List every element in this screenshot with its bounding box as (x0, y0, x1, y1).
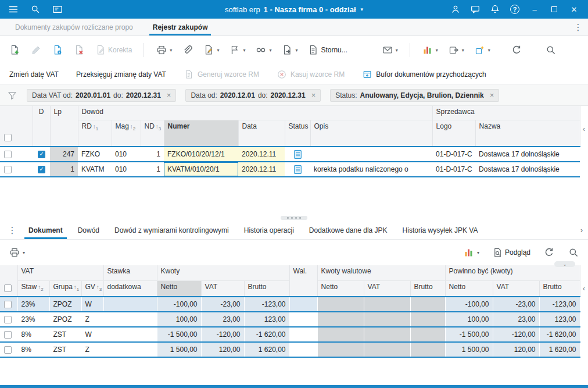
row-select-checkbox[interactable] (0, 147, 33, 162)
column-header-p-vat[interactable]: VAT (493, 280, 539, 297)
row-select-checkbox[interactable] (0, 312, 17, 327)
column-header-status[interactable]: Status (285, 120, 310, 147)
row-select-checkbox[interactable] (0, 162, 33, 177)
detail-search-button[interactable] (566, 245, 581, 260)
storno-button[interactable]: Stornu... (306, 42, 349, 58)
collapse-side-panel[interactable]: ‹ (580, 106, 588, 214)
column-header-vat-kwota[interactable]: VAT (201, 280, 244, 297)
close-button[interactable]: ✕ (565, 2, 583, 17)
column-header-staw[interactable]: Staw↑2 (17, 280, 49, 297)
korekta-button[interactable]: Korekta (93, 42, 134, 58)
collapse-side-panel[interactable]: ‹ (580, 265, 588, 358)
column-header-gv[interactable]: GV↑3 (81, 280, 103, 297)
notifications-button[interactable] (486, 2, 504, 17)
detail-tabs-menu-button[interactable]: ⋮ (3, 221, 21, 239)
column-header-d[interactable]: D (33, 106, 50, 147)
select-all-checkbox[interactable] (0, 106, 33, 147)
column-header-wal[interactable]: Wal. (289, 265, 317, 297)
generuj-wzorce-button[interactable]: Generuj wzorce RM (184, 69, 259, 80)
column-header-nazwa[interactable]: Nazwa (475, 120, 580, 147)
link-documents-button[interactable]: ▾ (253, 42, 273, 58)
modules-button[interactable] (49, 2, 66, 17)
chip-close-icon[interactable]: × (490, 91, 494, 99)
tab-dowod-wymiary[interactable]: Dowód z wymiarami kontrolingowymi (107, 221, 236, 239)
tab-historia-operacji[interactable]: Historia operacji (236, 221, 302, 239)
table-row[interactable]: 23% ZPOZ W -100,00 -23,00 -123,00 -100,0… (0, 297, 580, 312)
detail-analysis-button[interactable]: ▾ (461, 245, 481, 260)
column-header-netto[interactable]: Netto (157, 280, 201, 297)
edit-register-button[interactable]: ▾ (201, 42, 221, 58)
filter-chip-data-vat[interactable]: Data VAT od:2020.01.01 do:2020.12.31 × (27, 89, 176, 102)
tab-dowod[interactable]: Dowód (70, 221, 107, 239)
document-info-button[interactable] (50, 42, 65, 58)
column-header-p-netto[interactable]: Netto (445, 280, 493, 297)
minimize-button[interactable]: – (525, 2, 544, 17)
attachments-button[interactable] (180, 43, 195, 58)
bufor-button[interactable]: Bufor dokumentów przychodzących (362, 69, 486, 80)
refresh-button[interactable] (509, 42, 524, 58)
chip-close-icon[interactable]: × (167, 91, 171, 99)
tab-dokument[interactable]: Dokument (21, 221, 70, 239)
zmien-date-vat-button[interactable]: Zmień datę VAT (9, 70, 59, 79)
tab-rejestr-zakupow[interactable]: Rejestr zakupów (147, 19, 214, 35)
table-row[interactable]: 1 KVATM 010 1 KVATM/010/20/1 2020.12.11 … (0, 162, 580, 177)
analysis-button[interactable]: ▾ (420, 42, 440, 58)
table-row[interactable]: 8% ZST W -1 500,00 -120,00 -1 620,00 -1 … (0, 327, 580, 342)
maximize-button[interactable] (545, 2, 564, 17)
messages-button[interactable] (466, 2, 485, 17)
detail-print-button[interactable]: ▾ (7, 245, 27, 260)
tab-historia-wysylek-jpk[interactable]: Historia wysyłek JPK VA (395, 221, 486, 239)
filter-chip-data[interactable]: Data od:2020.12.01 do:2020.12.31 × (185, 89, 321, 102)
user-button[interactable] (446, 2, 465, 17)
column-header-w-brutto[interactable]: Brutto (410, 280, 445, 297)
mini-scroll-caret[interactable]: ⌄ (554, 261, 575, 267)
filter-chip-status[interactable]: Status:Anulowany, Edycja, Brulion, Dzien… (330, 89, 499, 102)
window-title[interactable]: softlab erp 1 - Nasza firma 0 - oddział … (225, 5, 363, 14)
column-header-w-vat[interactable]: VAT (364, 280, 410, 297)
filter-funnel-icon[interactable] (7, 90, 17, 101)
tab-dokumenty-zakupow[interactable]: Dokumenty zakupów rozliczane propo (9, 19, 139, 35)
table-row[interactable]: 8% ZST Z 1 500,00 120,00 1 620,00 1 500,… (0, 342, 580, 357)
column-header-p-brutto[interactable]: Brutto (539, 280, 580, 297)
row-select-checkbox[interactable] (0, 342, 17, 357)
print-button[interactable]: ▾ (154, 42, 174, 58)
d-checkbox[interactable] (33, 147, 50, 162)
table-row[interactable]: 23% ZPOZ Z 100,00 23,00 123,00 100,00 23… (0, 312, 580, 327)
help-button[interactable]: ? (505, 2, 524, 17)
d-checkbox[interactable] (33, 162, 50, 177)
table-row[interactable]: 247 FZKO 010 1 FZKO/010/20/12/1 2020.12.… (0, 147, 580, 162)
select-all-checkbox[interactable] (0, 265, 17, 297)
add-document-button[interactable] (7, 42, 22, 58)
podglad-button[interactable]: Podgląd (490, 245, 532, 260)
tab-dodatkowe-jpk[interactable]: Dodatkowe dane dla JPK (302, 221, 395, 239)
column-header-nd[interactable]: ND↑3 (141, 120, 164, 147)
column-header-lp[interactable]: Lp (50, 106, 78, 147)
delete-document-button[interactable] (71, 42, 87, 58)
detail-refresh-button[interactable] (542, 245, 557, 260)
column-header-grupa[interactable]: Grupa↑1 (49, 280, 81, 297)
column-header-dodatkowa[interactable]: dodatkowa (103, 280, 157, 297)
export-document-button[interactable]: ▾ (279, 42, 299, 58)
column-header-mag[interactable]: Mag↑2 (112, 120, 141, 147)
column-header-logo[interactable]: Logo (432, 120, 475, 147)
column-header-rd[interactable]: RD↑1 (78, 120, 112, 147)
tab-overflow-button[interactable]: ⋮ (568, 19, 588, 35)
column-header-brutto[interactable]: Brutto (244, 280, 289, 297)
export-view-button[interactable]: ▾ (446, 42, 466, 58)
chip-close-icon[interactable]: × (311, 91, 316, 99)
panel-splitter[interactable] (0, 214, 588, 221)
send-button[interactable]: ▾ (380, 42, 400, 58)
view-settings-button[interactable]: ▾ (472, 42, 492, 58)
row-select-checkbox[interactable] (0, 327, 17, 342)
kasuj-wzorce-button[interactable]: Kasuj wzorce RM (277, 69, 345, 80)
flag-button[interactable]: ▾ (227, 42, 247, 58)
global-search-button[interactable] (27, 2, 44, 17)
search-grid-button[interactable] (543, 42, 558, 58)
menu-button[interactable] (5, 2, 22, 17)
row-select-checkbox[interactable] (0, 297, 17, 312)
tabs-scroll-right-button[interactable]: › (575, 221, 588, 239)
przeksieguj-button[interactable]: Przeksięguj zmianę daty VAT (76, 70, 166, 79)
column-header-opis[interactable]: Opis (310, 120, 432, 147)
column-header-w-netto[interactable]: Netto (317, 280, 364, 297)
column-header-data[interactable]: Data (238, 120, 285, 147)
